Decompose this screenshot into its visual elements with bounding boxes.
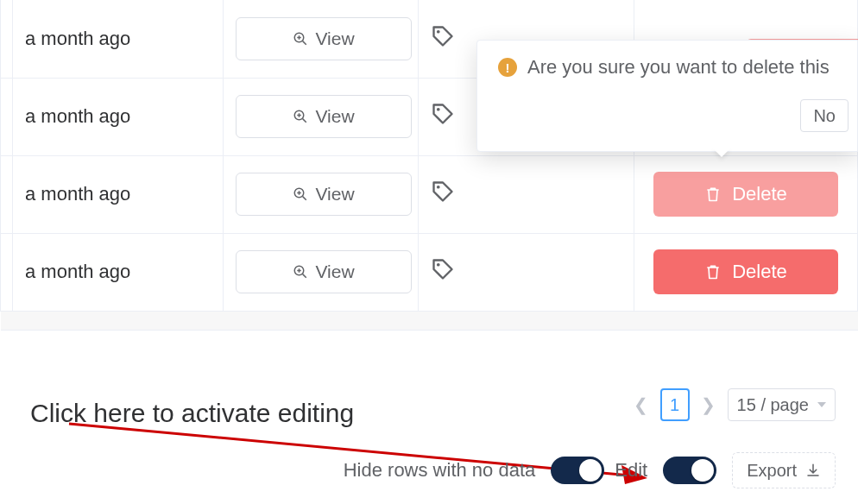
time-cell: a month ago	[25, 183, 130, 205]
edit-label: Edit	[615, 459, 647, 482]
trash-icon	[704, 263, 722, 280]
tag-icon[interactable]	[431, 24, 455, 48]
zoom-in-icon	[293, 264, 308, 280]
chevron-down-icon	[817, 402, 826, 407]
tag-icon[interactable]	[431, 180, 455, 204]
warning-icon: !	[498, 58, 517, 77]
pager-current-page[interactable]: 1	[660, 388, 690, 421]
delete-button-label: Delete	[732, 261, 787, 283]
popconfirm-arrow	[713, 148, 730, 157]
export-button-label: Export	[747, 461, 797, 481]
delete-button-label: Delete	[732, 183, 787, 205]
time-cell: a month ago	[25, 28, 130, 49]
zoom-in-icon	[293, 109, 308, 124]
hide-rows-label: Hide rows with no data	[344, 459, 536, 482]
delete-button[interactable]: Delete	[653, 249, 838, 294]
page-size-label: 15 / page	[737, 395, 809, 415]
view-button[interactable]: View	[236, 250, 412, 293]
pagination: ❮ 1 ❯ 15 / page	[633, 388, 836, 421]
view-button-label: View	[315, 106, 354, 127]
pager-next[interactable]: ❯	[700, 394, 717, 415]
export-button[interactable]: Export	[732, 452, 836, 488]
tag-icon[interactable]	[431, 102, 455, 126]
tag-icon[interactable]	[431, 257, 455, 281]
table-row: a month ago View Delete	[1, 233, 858, 311]
delete-popconfirm: ! Are you sure you want to delete this N…	[476, 40, 858, 152]
view-button[interactable]: View	[236, 173, 412, 216]
view-button-label: View	[315, 184, 354, 205]
view-button-label: View	[315, 261, 354, 282]
page-size-select[interactable]: 15 / page	[728, 388, 836, 421]
view-button[interactable]: View	[236, 17, 412, 60]
edit-toggle[interactable]	[663, 457, 716, 484]
delete-button[interactable]: Delete	[653, 172, 838, 217]
hide-rows-toggle[interactable]	[551, 457, 604, 484]
trash-icon	[704, 186, 722, 203]
view-button[interactable]: View	[236, 95, 412, 138]
time-cell: a month ago	[25, 261, 130, 282]
popconfirm-no-button[interactable]: No	[800, 99, 849, 132]
table-row: a month ago View Delete	[1, 155, 858, 233]
time-cell: a month ago	[25, 105, 130, 127]
pager-prev: ❮	[633, 394, 650, 415]
zoom-in-icon	[293, 186, 308, 202]
zoom-in-icon	[293, 31, 308, 47]
popconfirm-message: Are you sure you want to delete this	[527, 56, 830, 79]
download-icon	[805, 463, 821, 478]
view-button-label: View	[315, 28, 354, 49]
